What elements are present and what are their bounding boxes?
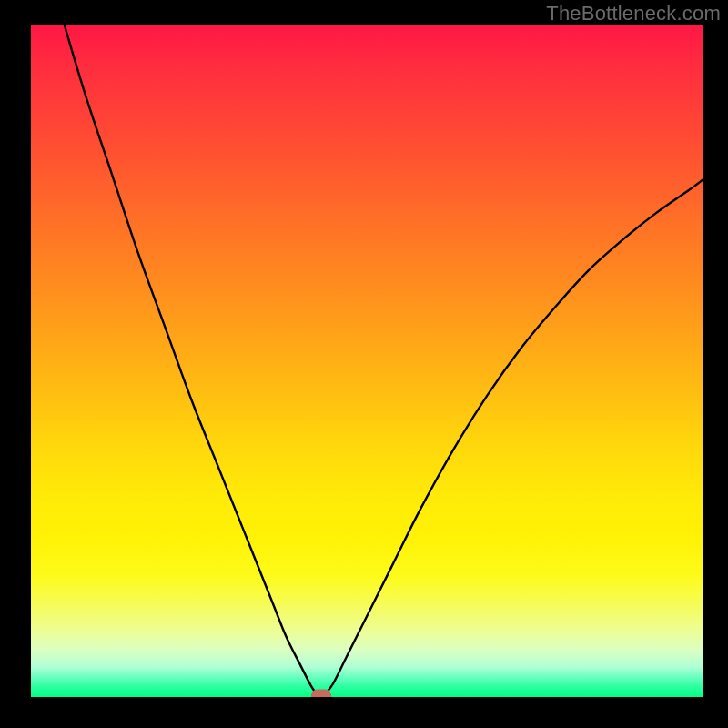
watermark-text: TheBottleneck.com: [546, 2, 721, 25]
bottleneck-curve-right: [325, 180, 703, 694]
optimum-marker: [311, 689, 331, 697]
curve-layer: [31, 25, 703, 697]
bottleneck-curve-left: [65, 25, 317, 693]
plot-area: [31, 25, 703, 697]
